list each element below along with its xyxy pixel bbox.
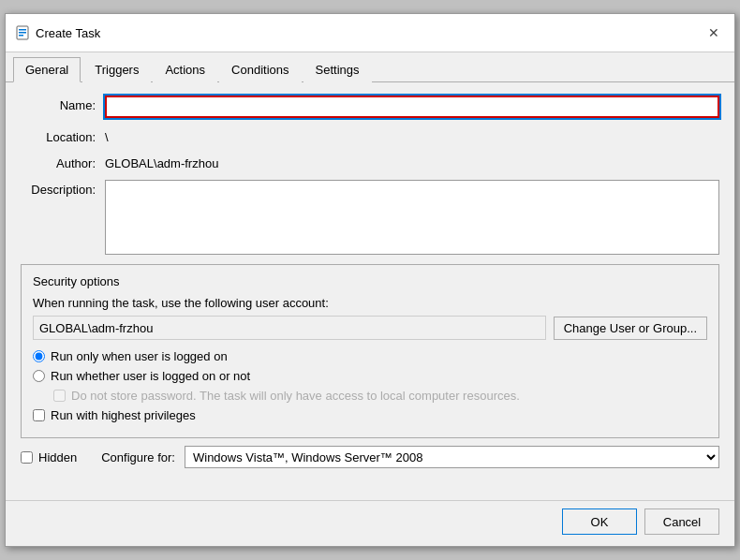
svg-rect-1 [19,29,26,31]
change-user-button[interactable]: Change User or Group... [554,317,707,340]
radio-logged-on[interactable] [33,350,45,362]
svg-rect-3 [19,35,23,37]
tab-general[interactable]: General [13,57,81,82]
name-input[interactable] [105,96,719,118]
configure-for-select[interactable]: Windows Vista™, Windows Server™ 2008 Win… [185,446,719,468]
dialog-title: Create Task [36,26,100,40]
name-row: Name: [21,96,719,118]
no-password-row: Do not store password. The task will onl… [53,389,707,403]
tab-conditions[interactable]: Conditions [219,57,301,82]
radio-logged-on-label[interactable]: Run only when user is logged on [51,349,228,363]
security-user-value: GLOBAL\adm-frzhou [33,316,546,340]
location-row: Location: \ [21,127,719,144]
radio-whether-logged-row: Run whether user is logged on or not [33,369,707,383]
cancel-button[interactable]: Cancel [644,508,719,535]
configure-for-label: Configure for: [101,450,175,464]
author-row: Author: GLOBAL\adm-frzhou [21,154,719,170]
location-value: \ [105,127,719,144]
hidden-label[interactable]: Hidden [38,450,77,464]
radio-whether-logged[interactable] [33,370,45,382]
no-password-label: Do not store password. The task will onl… [71,389,520,403]
dialog-footer: OK Cancel [6,500,734,546]
title-bar-left: Create Task [15,25,100,40]
location-label: Location: [21,127,105,144]
create-task-dialog: Create Task ✕ General Triggers Actions C… [5,13,735,547]
tab-content-general: Name: Location: \ Author: GLOBAL\adm-frz… [6,82,734,500]
user-account-label: When running the task, use the following… [33,296,707,310]
tab-bar: General Triggers Actions Conditions Sett… [6,52,734,82]
security-title: Security options [33,274,707,288]
author-value: GLOBAL\adm-frzhou [105,154,719,170]
svg-rect-2 [19,32,26,34]
highest-privileges-checkbox[interactable] [33,409,45,421]
close-button[interactable]: ✕ [703,22,725,44]
bottom-row: Hidden Configure for: Windows Vista™, Wi… [21,446,719,468]
tab-triggers[interactable]: Triggers [82,57,151,82]
tab-actions[interactable]: Actions [153,57,217,82]
title-bar: Create Task ✕ [6,14,734,52]
author-label: Author: [21,154,105,170]
name-label: Name: [21,96,105,112]
tab-settings[interactable]: Settings [303,57,372,82]
security-options-box: Security options When running the task, … [21,264,719,438]
hidden-checkbox-row: Hidden [21,450,77,464]
task-icon [15,25,30,40]
highest-privileges-row: Run with highest privileges [33,408,707,422]
no-password-checkbox[interactable] [53,390,66,402]
security-user-row: GLOBAL\adm-frzhou Change User or Group..… [33,316,707,340]
highest-privileges-label[interactable]: Run with highest privileges [51,408,196,422]
description-input[interactable] [105,180,719,255]
hidden-checkbox[interactable] [21,451,33,464]
radio-logged-on-row: Run only when user is logged on [33,349,707,363]
description-row: Description: [21,180,719,255]
radio-whether-logged-label[interactable]: Run whether user is logged on or not [51,369,250,383]
description-label: Description: [21,180,105,197]
ok-button[interactable]: OK [562,508,637,535]
